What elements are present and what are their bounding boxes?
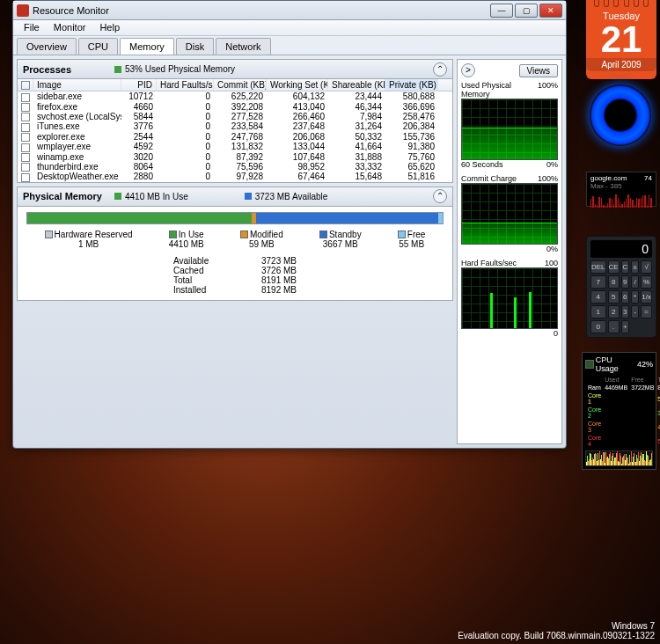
table-row[interactable]: sidebar.exe107120625,220604,13223,444580… — [18, 91, 452, 101]
table-row[interactable]: DesktopWeather.exe2880097,92867,46415,64… — [18, 172, 452, 181]
stat-swatch — [114, 66, 121, 73]
views-button[interactable]: Views — [519, 64, 559, 77]
inuse-swatch — [114, 193, 121, 200]
calc-key-5[interactable]: 5 — [608, 290, 620, 304]
col-workingset[interactable]: Working Set (KB) — [267, 79, 328, 91]
calc-key-=[interactable]: = — [641, 305, 652, 318]
tab-network[interactable]: Network — [216, 38, 270, 55]
calc-key-DEL[interactable]: DEL — [590, 260, 606, 274]
calendar-month: April 2009 — [586, 58, 656, 71]
table-row[interactable]: wmplayer.exe45920131,832133,04441,66491,… — [18, 142, 452, 151]
minimize-button[interactable]: — — [490, 4, 513, 18]
col-image[interactable]: Image — [33, 79, 121, 91]
processes-title: Processes — [23, 64, 111, 75]
calc-key-.[interactable]: . — [608, 320, 620, 333]
cpu-pct: 42% — [637, 360, 653, 369]
calc-key-0[interactable]: 0 — [590, 320, 606, 333]
collapse-physmem-button[interactable]: ⌃ — [433, 189, 447, 203]
processes-stat: 53% Used Physical Memory — [125, 64, 235, 74]
calendar-gadget[interactable]: Tuesday 21 April 2009 — [586, 0, 656, 79]
col-commit[interactable]: Commit (KB) — [214, 79, 267, 91]
tab-disk[interactable]: Disk — [176, 38, 214, 55]
calc-display: 0 — [590, 240, 652, 258]
cpu-graph — [585, 450, 653, 466]
col-hardfaults[interactable]: Hard Faults/sec — [157, 79, 214, 91]
grid-header[interactable]: Image PID Hard Faults/sec Commit (KB) Wo… — [18, 79, 452, 91]
physical-memory-panel: Physical Memory 4410 MB In Use 3723 MB A… — [17, 187, 453, 301]
calc-key-%[interactable]: % — [641, 275, 652, 289]
calc-key-/[interactable]: / — [631, 275, 639, 289]
calc-key-±[interactable]: ± — [631, 260, 639, 274]
memory-legend: Hardware Reserved1 MBIn Use4410 MBModifi… — [26, 230, 444, 249]
calc-key-9[interactable]: 9 — [621, 275, 629, 289]
physmem-title: Physical Memory — [23, 191, 111, 201]
perf-graph: Commit Charge100%0% — [461, 174, 558, 253]
calc-key-8[interactable]: 8 — [608, 275, 620, 289]
close-button[interactable]: ✕ — [539, 4, 562, 18]
resource-monitor-window: Resource Monitor — ▢ ✕ File Monitor Help… — [12, 0, 567, 449]
calculator-gadget[interactable]: 0 DELCEC±√789/%456*1/x123-=0.+ — [586, 236, 656, 338]
table-row[interactable]: firefox.exe46600392,208413,04046,344366,… — [18, 102, 452, 112]
calc-key-6[interactable]: 6 — [621, 290, 629, 304]
tab-cpu[interactable]: CPU — [78, 38, 118, 55]
menu-file[interactable]: File — [17, 20, 47, 35]
table-row[interactable]: explorer.exe25440247,768206,06850,332155… — [18, 132, 452, 142]
network-meter-gadget[interactable]: google.com74 Max - 385 — [586, 172, 656, 207]
processes-panel: Processes 53% Used Physical Memory ⌃ Ima… — [17, 59, 453, 183]
calc-key-4[interactable]: 4 — [590, 290, 606, 304]
row-checkbox[interactable] — [21, 143, 30, 152]
calc-key-+[interactable]: + — [621, 320, 629, 333]
physmem-avail: 3723 MB Available — [255, 192, 328, 201]
calc-key-√[interactable]: √ — [641, 260, 652, 274]
table-row[interactable]: thunderbird.exe8064075,59698,95233,33265… — [18, 162, 452, 172]
app-icon — [17, 4, 29, 17]
maximize-button[interactable]: ▢ — [515, 4, 538, 18]
titlebar[interactable]: Resource Monitor — ▢ ✕ — [13, 1, 566, 20]
menubar: File Monitor Help — [13, 20, 566, 36]
row-checkbox[interactable] — [21, 93, 30, 102]
physmem-inuse: 4410 MB In Use — [125, 192, 188, 201]
net-val: 74 — [644, 174, 652, 182]
cpu-title: CPU Usage — [596, 355, 635, 373]
calc-key-3[interactable]: 3 — [621, 305, 629, 318]
chip-icon — [585, 360, 594, 369]
row-checkbox[interactable] — [21, 103, 30, 112]
calc-key-C[interactable]: C — [621, 260, 629, 274]
calc-key-1/x[interactable]: 1/x — [641, 290, 652, 304]
col-shareable[interactable]: Shareable (KB) — [328, 79, 385, 91]
window-title: Resource Monitor — [33, 5, 490, 16]
collapse-processes-button[interactable]: ⌃ — [433, 62, 447, 77]
clock-gadget[interactable] — [590, 84, 651, 146]
col-private[interactable]: Private (KB) — [385, 79, 438, 91]
memory-bar — [26, 212, 444, 224]
calendar-date: 21 — [586, 21, 656, 58]
memory-stats: Available3723 MBCached3726 MBTotal8191 M… — [173, 256, 297, 295]
tab-overview[interactable]: Overview — [17, 38, 77, 55]
row-checkbox[interactable] — [21, 133, 30, 142]
calc-key-CE[interactable]: CE — [608, 260, 620, 274]
menu-help[interactable]: Help — [92, 20, 127, 35]
calc-key-1[interactable]: 1 — [590, 305, 606, 318]
perf-graph: Hard Faults/sec1000 — [461, 259, 558, 338]
select-all-checkbox[interactable] — [21, 81, 30, 90]
table-row[interactable]: winamp.exe3020087,392107,64831,88875,760 — [18, 152, 452, 162]
cpu-gadget[interactable]: CPU Usage42% UsedFreeTotalRam4469MB3722M… — [582, 352, 656, 470]
calc-key--[interactable]: - — [631, 305, 639, 318]
calc-key-2[interactable]: 2 — [608, 305, 620, 318]
tab-memory[interactable]: Memory — [120, 38, 174, 55]
calc-key-7[interactable]: 7 — [590, 275, 606, 289]
row-checkbox[interactable] — [21, 113, 30, 121]
avail-swatch — [245, 193, 252, 200]
col-pid[interactable]: PID — [121, 79, 157, 91]
row-checkbox[interactable] — [21, 163, 30, 172]
calc-key-*[interactable]: * — [631, 290, 639, 304]
table-row[interactable]: svchost.exe (LocalSystemNet...58440277,5… — [18, 112, 452, 121]
row-checkbox[interactable] — [21, 123, 30, 132]
net-host: google.com — [590, 174, 627, 182]
row-checkbox[interactable] — [21, 173, 30, 182]
collapse-graphs-button[interactable]: > — [461, 63, 475, 77]
table-row[interactable]: iTunes.exe37760233,584237,64831,264206,3… — [18, 121, 452, 131]
row-checkbox[interactable] — [21, 153, 30, 162]
net-max: Max - 385 — [590, 182, 652, 190]
menu-monitor[interactable]: Monitor — [47, 20, 93, 35]
